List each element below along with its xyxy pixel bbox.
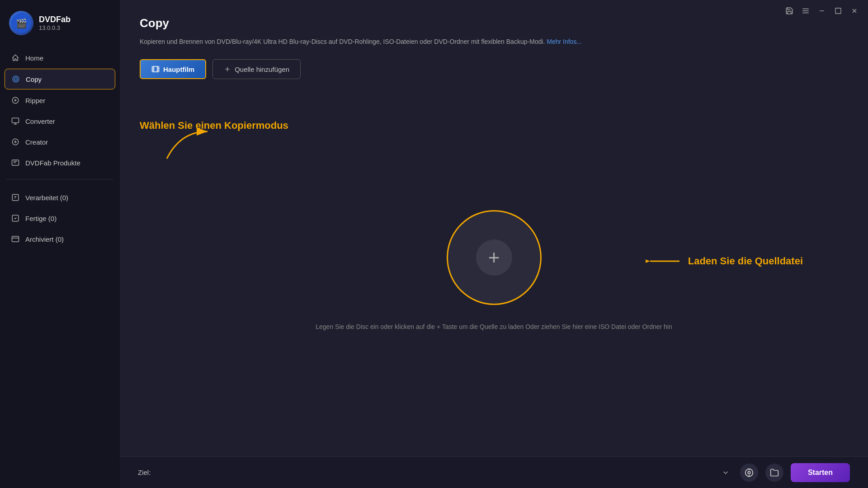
nav-bottom: Verarbeitet (0) Fertige (0) Archiviert (… [0, 188, 120, 249]
sidebar-item-creator[interactable]: Creator [5, 132, 115, 152]
svg-rect-16 [835, 8, 841, 14]
archiviert-label: Archiviert (0) [25, 235, 64, 243]
sidebar-item-copy[interactable]: Copy [5, 69, 115, 89]
page-area: Copy Kopieren und Brennen von DVD/Blu-ra… [120, 0, 868, 456]
svg-rect-6 [12, 118, 19, 123]
app-brand: DVDFab [39, 15, 71, 24]
drop-zone[interactable]: + [447, 210, 542, 305]
svg-point-2 [13, 76, 19, 82]
title-bar [776, 0, 868, 22]
page-description: Kopieren und Brennen von DVD/Blu-ray/4K … [140, 37, 614, 47]
iso-button[interactable] [740, 464, 758, 482]
svg-point-4 [12, 97, 19, 103]
fertige-label: Fertige (0) [25, 215, 57, 222]
more-info-link[interactable]: Mehr Infos... [547, 38, 582, 45]
dvdfab-produkte-label: DVDFab Produkte [25, 159, 80, 167]
hauptfilm-button[interactable]: Hauptfilm [140, 59, 206, 79]
ripper-label: Ripper [25, 97, 45, 104]
source-file-annotation: Laden Sie die Quelldatei [688, 255, 803, 267]
converter-icon [11, 117, 20, 126]
sidebar-item-converter[interactable]: Converter [5, 111, 115, 131]
app-logo: 🎬 [9, 11, 33, 35]
copy-label: Copy [26, 75, 42, 83]
sidebar-item-ripper[interactable]: Ripper [5, 90, 115, 110]
save-button[interactable] [783, 5, 796, 17]
sidebar-item-verarbeitet[interactable]: Verarbeitet (0) [5, 188, 115, 207]
ripper-icon [11, 96, 20, 105]
sidebar-item-fertige[interactable]: Fertige (0) [5, 208, 115, 228]
main-content: Copy Kopieren und Brennen von DVD/Blu-ra… [120, 0, 868, 488]
ziel-input[interactable] [163, 464, 711, 481]
bottom-bar: Ziel: Starten [120, 456, 868, 488]
add-source-icon: + [476, 239, 512, 276]
sidebar-item-home[interactable]: Home [5, 48, 115, 68]
converter-label: Converter [25, 117, 55, 125]
source-file-arrow [646, 252, 682, 270]
home-icon [11, 53, 20, 62]
nav-divider [6, 179, 113, 179]
drop-zone-container: Wählen Sie einen Kopiermodus + [140, 84, 848, 456]
quelle-hinzufugen-button[interactable]: Quelle hinzufügen [212, 59, 301, 79]
creator-icon [11, 137, 20, 146]
svg-point-25 [748, 471, 750, 474]
sidebar: 🎬 DVDFab 13.0.0.3 Home [0, 0, 120, 488]
ziel-label: Ziel: [138, 469, 156, 476]
minimize-button[interactable] [816, 5, 828, 17]
verarbeitet-icon [11, 193, 20, 202]
archiviert-icon [11, 235, 20, 244]
fertige-icon [11, 214, 20, 223]
close-button[interactable] [848, 5, 861, 17]
creator-label: Creator [25, 138, 48, 146]
maximize-button[interactable] [832, 5, 844, 17]
copy-mode-arrow [162, 127, 217, 163]
sidebar-item-archiviert[interactable]: Archiviert (0) [5, 229, 115, 249]
svg-rect-19 [152, 66, 159, 72]
folder-button[interactable] [765, 464, 783, 482]
svg-text:🎬: 🎬 [16, 18, 27, 29]
drop-hint: Legen Sie die Disc ein oder klicken auf … [316, 323, 672, 330]
app-version: 13.0.0.3 [39, 24, 71, 31]
svg-point-5 [15, 100, 16, 101]
svg-point-3 [14, 78, 17, 80]
home-label: Home [25, 54, 43, 62]
sidebar-item-dvdfab-produkte[interactable]: DVDFab Produkte [5, 153, 115, 173]
starten-button[interactable]: Starten [791, 463, 850, 482]
logo-text: DVDFab 13.0.0.3 [39, 15, 71, 31]
nav-menu: Home Copy Ripper [0, 48, 120, 173]
page-title: Copy [140, 16, 848, 30]
menu-button[interactable] [799, 5, 812, 17]
logo-area: 🎬 DVDFab 13.0.0.3 [0, 0, 120, 48]
dvdfab-produkte-icon [11, 158, 20, 167]
action-buttons: Hauptfilm Quelle hinzufügen [140, 59, 848, 79]
ziel-dropdown[interactable] [718, 465, 733, 480]
svg-rect-11 [12, 236, 19, 242]
verarbeitet-label: Verarbeitet (0) [25, 194, 68, 202]
copy-icon [11, 75, 20, 84]
